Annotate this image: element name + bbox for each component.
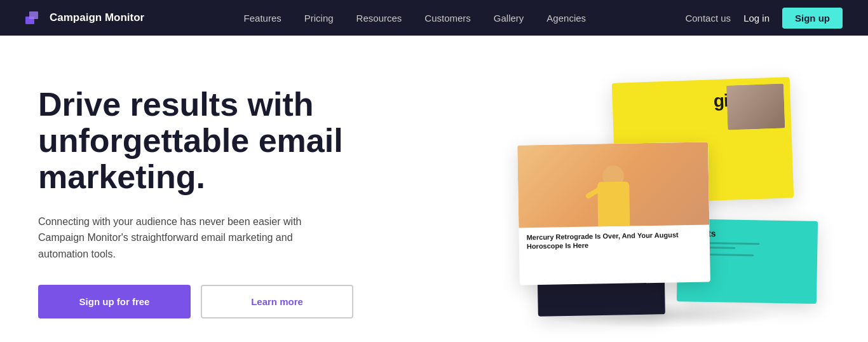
hero-headline: Drive results with unforgettable email m… [38, 86, 394, 196]
hero-content: Drive results with unforgettable email m… [38, 74, 394, 318]
brand-name: Campaign Monitor [50, 11, 144, 24]
nav-right: Contact us Log in Sign up [685, 8, 843, 29]
card-yellow-image [726, 84, 785, 130]
nav-features[interactable]: Features [244, 13, 281, 24]
nav-agencies[interactable]: Agencies [546, 13, 586, 24]
nav-resources[interactable]: Resources [356, 13, 402, 24]
hero-visual: girlboss [499, 67, 830, 334]
logo-icon [25, 11, 43, 24]
svg-rect-1 [29, 11, 38, 19]
card-main-image [517, 142, 709, 228]
email-card-main: Mercury Retrograde Is Over, And Your Aug… [517, 142, 710, 285]
nav-links: Features Pricing Resources Customers Gal… [244, 13, 587, 24]
person-figure [587, 156, 639, 226]
hero-subtext: Connecting with your audience has never … [38, 214, 343, 263]
navbar: Campaign Monitor Features Pricing Resour… [0, 0, 868, 36]
logo[interactable]: Campaign Monitor [25, 11, 144, 24]
card-email-headline: Mercury Retrograde Is Over, And Your Aug… [527, 230, 702, 251]
signup-button[interactable]: Sign up [782, 8, 843, 29]
nav-customers[interactable]: Customers [424, 13, 471, 24]
hero-section: Drive results with unforgettable email m… [0, 36, 868, 342]
signup-free-button[interactable]: Sign up for free [38, 285, 191, 318]
login-link[interactable]: Log in [743, 13, 770, 24]
hero-buttons: Sign up for free Learn more [38, 285, 394, 318]
nav-pricing[interactable]: Pricing [304, 13, 334, 24]
nav-gallery[interactable]: Gallery [494, 13, 524, 24]
learn-more-button[interactable]: Learn more [201, 285, 353, 318]
card-main-text: Mercury Retrograde Is Over, And Your Aug… [519, 224, 710, 256]
person-body [597, 182, 630, 227]
contact-link[interactable]: Contact us [685, 13, 731, 24]
